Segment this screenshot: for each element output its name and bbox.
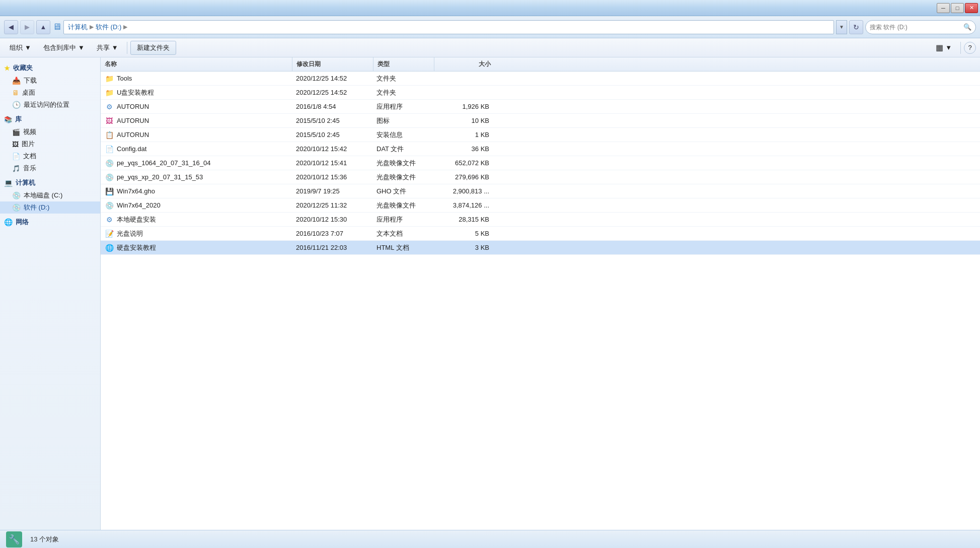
toolbar-separator-2 bbox=[960, 42, 961, 54]
table-row[interactable]: 🌐 硬盘安装教程 2016/11/21 22:03 HTML 文档 3 KB bbox=[101, 241, 980, 255]
file-size-cell: 279,696 KB bbox=[433, 173, 493, 181]
address-dropdown-button[interactable]: ▼ bbox=[836, 20, 847, 34]
file-name-label: 硬盘安装教程 bbox=[117, 243, 156, 252]
breadcrumb-drive[interactable]: 软件 (D:) bbox=[96, 23, 121, 32]
minimize-button[interactable]: ─ bbox=[937, 3, 950, 13]
favorites-section: ★ 收藏夹 📥 下载 🖥 桌面 🕒 最近访问的位置 bbox=[0, 61, 100, 111]
sidebar-item-recent[interactable]: 🕒 最近访问的位置 bbox=[0, 99, 100, 111]
col-type-header[interactable]: 类型 bbox=[373, 60, 434, 68]
file-date-cell: 2016/10/23 7:07 bbox=[292, 230, 372, 237]
breadcrumb-sep-1: ▶ bbox=[90, 24, 94, 30]
sidebar-item-music[interactable]: 🎵 音乐 bbox=[0, 162, 100, 174]
col-size-header[interactable]: 大小 bbox=[434, 60, 495, 68]
sidebar-item-desktop[interactable]: 🖥 桌面 bbox=[0, 87, 100, 99]
library-header[interactable]: 📚 库 bbox=[0, 113, 100, 126]
breadcrumb-sep-2: ▶ bbox=[123, 24, 127, 30]
breadcrumb-bar: 计算机 ▶ 软件 (D:) ▶ bbox=[63, 20, 834, 34]
maximize-button[interactable]: □ bbox=[951, 3, 964, 13]
downloads-label: 下载 bbox=[24, 76, 37, 85]
breadcrumb-computer[interactable]: 计算机 bbox=[68, 23, 88, 32]
table-row[interactable]: ⚙ AUTORUN 2016/1/8 4:54 应用程序 1,926 KB bbox=[101, 100, 980, 114]
file-size-cell: 1 KB bbox=[433, 131, 493, 139]
drive-d-icon: 💿 bbox=[12, 203, 21, 212]
col-name-header[interactable]: 名称 bbox=[101, 60, 292, 68]
close-button[interactable]: ✕ bbox=[965, 3, 978, 13]
doc-label: 文档 bbox=[23, 152, 36, 161]
empty-space bbox=[101, 255, 980, 406]
file-icon: 💿 bbox=[105, 201, 114, 210]
computer-header[interactable]: 💻 计算机 bbox=[0, 176, 100, 189]
sidebar-item-image[interactable]: 🖼 图片 bbox=[0, 138, 100, 150]
refresh-button[interactable]: ↻ bbox=[849, 20, 863, 34]
library-button[interactable]: 包含到库中 ▼ bbox=[38, 41, 90, 55]
status-count: 13 个对象 bbox=[30, 535, 59, 544]
sidebar-item-video[interactable]: 🎬 视频 bbox=[0, 126, 100, 138]
help-button[interactable]: ? bbox=[964, 42, 976, 54]
table-row[interactable]: 💿 Win7x64_2020 2020/12/25 11:32 光盘映像文件 3… bbox=[101, 198, 980, 213]
table-row[interactable]: 📁 U盘安装教程 2020/12/25 14:52 文件夹 bbox=[101, 86, 980, 100]
file-name-cell: ⚙ AUTORUN bbox=[101, 102, 292, 111]
file-icon: 💿 bbox=[105, 173, 114, 182]
sidebar-item-downloads[interactable]: 📥 下载 bbox=[0, 75, 100, 87]
table-row[interactable]: 💿 pe_yqs_1064_20_07_31_16_04 2020/10/12 … bbox=[101, 156, 980, 170]
favorites-header[interactable]: ★ 收藏夹 bbox=[0, 61, 100, 75]
file-icon: ⚙ bbox=[105, 102, 114, 111]
new-folder-button[interactable]: 新建文件夹 bbox=[130, 41, 176, 55]
music-label: 音乐 bbox=[23, 164, 36, 173]
view-button[interactable]: ▦ ▼ bbox=[930, 41, 957, 55]
share-button[interactable]: 共享 ▼ bbox=[91, 41, 124, 55]
file-name-label: AUTORUN bbox=[117, 131, 149, 139]
doc-icon: 📄 bbox=[12, 153, 20, 160]
up-button[interactable]: ▲ bbox=[36, 20, 50, 34]
search-input[interactable] bbox=[870, 24, 961, 31]
file-name-label: pe_yqs_1064_20_07_31_16_04 bbox=[117, 159, 211, 167]
organize-button[interactable]: 组织 ▼ bbox=[4, 41, 37, 55]
table-row[interactable]: 💿 pe_yqs_xp_20_07_31_15_53 2020/10/12 15… bbox=[101, 170, 980, 184]
video-icon: 🎬 bbox=[12, 128, 20, 136]
file-name-label: 本地硬盘安装 bbox=[117, 215, 156, 224]
forward-button[interactable]: ▶ bbox=[20, 20, 34, 34]
toolbar: 组织 ▼ 包含到库中 ▼ 共享 ▼ 新建文件夹 ▦ ▼ ? bbox=[0, 38, 980, 57]
file-date-cell: 2020/12/25 14:52 bbox=[292, 75, 372, 82]
favorites-label: 收藏夹 bbox=[13, 63, 33, 73]
back-button[interactable]: ◀ bbox=[4, 20, 18, 34]
star-icon: ★ bbox=[4, 64, 10, 72]
file-icon: 🖼 bbox=[105, 116, 114, 125]
file-list-header: 名称 修改日期 类型 大小 bbox=[101, 57, 980, 72]
computer-icon: 🖥 bbox=[52, 22, 61, 32]
sidebar-item-software-d[interactable]: 💿 软件 (D:) bbox=[0, 201, 100, 214]
file-name-label: AUTORUN bbox=[117, 103, 149, 110]
table-row[interactable]: ⚙ 本地硬盘安装 2020/10/12 15:30 应用程序 28,315 KB bbox=[101, 213, 980, 227]
table-row[interactable]: 🖼 AUTORUN 2015/5/10 2:45 图标 10 KB bbox=[101, 114, 980, 128]
recent-label: 最近访问的位置 bbox=[24, 100, 69, 109]
file-icon: 💾 bbox=[105, 187, 114, 196]
file-name-cell: 💿 pe_yqs_1064_20_07_31_16_04 bbox=[101, 159, 292, 168]
table-row[interactable]: 📄 Config.dat 2020/10/12 15:42 DAT 文件 36 … bbox=[101, 142, 980, 156]
file-icon: 🌐 bbox=[105, 243, 114, 252]
table-row[interactable]: 📝 光盘说明 2016/10/23 7:07 文本文档 5 KB bbox=[101, 227, 980, 241]
file-date-cell: 2019/9/7 19:25 bbox=[292, 187, 372, 195]
main-layout: ★ 收藏夹 📥 下载 🖥 桌面 🕒 最近访问的位置 📚 库 bbox=[0, 57, 980, 530]
file-date-cell: 2020/12/25 14:52 bbox=[292, 89, 372, 96]
file-date-cell: 2016/1/8 4:54 bbox=[292, 103, 372, 110]
file-name-cell: ⚙ 本地硬盘安装 bbox=[101, 215, 292, 224]
file-area: 名称 修改日期 类型 大小 📁 Tools 2020/12/25 14:52 文… bbox=[101, 57, 980, 530]
file-name-label: Config.dat bbox=[117, 145, 146, 153]
file-name-cell: 📋 AUTORUN bbox=[101, 130, 292, 140]
file-icon: 💿 bbox=[105, 159, 114, 168]
drive-c-icon: 💿 bbox=[12, 191, 21, 199]
table-row[interactable]: 💾 Win7x64.gho 2019/9/7 19:25 GHO 文件 2,90… bbox=[101, 184, 980, 198]
network-header[interactable]: 🌐 网络 bbox=[0, 216, 100, 229]
search-icon[interactable]: 🔍 bbox=[963, 23, 971, 31]
table-row[interactable]: 📁 Tools 2020/12/25 14:52 文件夹 bbox=[101, 72, 980, 86]
file-icon: 📋 bbox=[105, 130, 114, 140]
library-icon: 📚 bbox=[4, 116, 12, 123]
file-name-cell: 💿 Win7x64_2020 bbox=[101, 201, 292, 210]
file-type-cell: 光盘映像文件 bbox=[372, 159, 433, 168]
desktop-label: 桌面 bbox=[22, 88, 35, 97]
col-date-header[interactable]: 修改日期 bbox=[292, 60, 373, 68]
sidebar-item-local-c[interactable]: 💿 本地磁盘 (C:) bbox=[0, 189, 100, 201]
sidebar-item-doc[interactable]: 📄 文档 bbox=[0, 150, 100, 162]
file-name-label: Win7x64.gho bbox=[117, 187, 155, 195]
table-row[interactable]: 📋 AUTORUN 2015/5/10 2:45 安装信息 1 KB bbox=[101, 128, 980, 142]
